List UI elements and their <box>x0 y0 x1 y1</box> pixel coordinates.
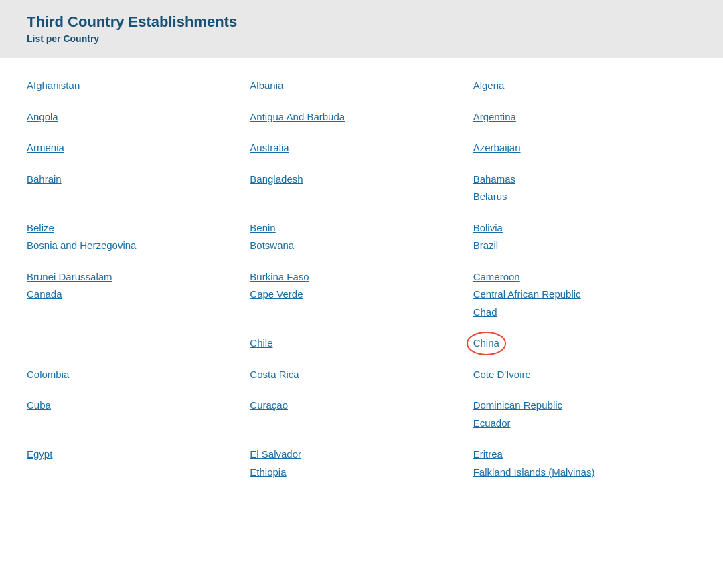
country-link[interactable]: Albania <box>250 78 473 94</box>
country-link[interactable]: Canada <box>27 287 250 302</box>
table-cell: Albania <box>250 72 473 103</box>
country-link[interactable]: Bahamas <box>473 172 696 187</box>
country-link[interactable]: Ethiopia <box>250 465 473 480</box>
country-link[interactable]: Australia <box>250 140 473 156</box>
country-link[interactable]: Costa Rica <box>250 367 473 383</box>
country-link[interactable]: Bahrain <box>27 172 250 187</box>
table-cell: Costa Rica <box>250 361 473 392</box>
table-cell: El SalvadorEthiopia <box>250 440 473 489</box>
table-cell: Argentina <box>473 103 696 134</box>
table-cell: CameroonCentral African RepublicChad <box>473 263 696 330</box>
table-cell: Curaçao <box>250 391 473 440</box>
table-cell: BoliviaBrazil <box>473 214 696 263</box>
country-link[interactable]: Egypt <box>27 447 250 462</box>
country-link[interactable]: Cote D'Ivoire <box>473 367 696 383</box>
table-row: ColombiaCosta RicaCote D'Ivoire <box>27 361 696 392</box>
country-link[interactable]: China <box>473 336 696 351</box>
table-cell: Afghanistan <box>27 72 250 103</box>
table-cell: BahamasBelarus <box>473 165 696 214</box>
country-link[interactable]: Bosnia and Herzegovina <box>27 238 250 254</box>
country-link[interactable]: Argentina <box>473 110 696 125</box>
country-link[interactable]: Algeria <box>473 78 696 94</box>
table-row: Brunei DarussalamCanadaBurkina FasoCape … <box>27 263 696 330</box>
country-link[interactable]: Chile <box>250 336 473 351</box>
table-cell: BelizeBosnia and Herzegovina <box>27 214 250 263</box>
country-link[interactable]: Burkina Faso <box>250 270 473 285</box>
table-cell: Cuba <box>27 391 250 440</box>
country-link[interactable]: Antigua And Barbuda <box>250 110 473 125</box>
table-row: ArmeniaAustraliaAzerbaijan <box>27 134 696 165</box>
table-cell: Armenia <box>27 134 250 165</box>
table-cell: Azerbaijan <box>473 134 696 165</box>
table-cell: Antigua And Barbuda <box>250 103 473 134</box>
table-cell: Angola <box>27 103 250 134</box>
page-header: Third Country Establishments List per Co… <box>0 0 723 58</box>
table-cell: Cote D'Ivoire <box>473 361 696 392</box>
country-link[interactable]: Bangladesh <box>250 172 473 187</box>
table-cell: Brunei DarussalamCanada <box>27 263 250 330</box>
country-link[interactable]: Belarus <box>473 189 696 205</box>
table-row: AngolaAntigua And BarbudaArgentina <box>27 103 696 134</box>
page-subtitle: List per Country <box>27 33 696 44</box>
country-link[interactable]: El Salvador <box>250 447 473 462</box>
country-link[interactable]: Dominican Republic <box>473 398 696 413</box>
table-cell: EritreaFalkland Islands (Malvinas) <box>473 440 696 489</box>
country-link[interactable]: Curaçao <box>250 398 473 413</box>
country-link[interactable]: Armenia <box>27 140 250 156</box>
table-cell: Bahrain <box>27 165 250 214</box>
country-link[interactable]: Central African Republic <box>473 287 696 302</box>
page-title: Third Country Establishments <box>27 13 696 31</box>
country-table: AfghanistanAlbaniaAlgeriaAngolaAntigua A… <box>27 72 696 489</box>
country-link[interactable]: Azerbaijan <box>473 140 696 156</box>
main-content: AfghanistanAlbaniaAlgeriaAngolaAntigua A… <box>0 58 723 502</box>
table-cell <box>27 329 250 361</box>
table-cell: Colombia <box>27 361 250 392</box>
table-cell: Bangladesh <box>250 165 473 214</box>
country-link[interactable]: Brazil <box>473 238 696 254</box>
table-row: CubaCuraçaoDominican RepublicEcuador <box>27 391 696 440</box>
country-link[interactable]: Cape Verde <box>250 287 473 302</box>
country-link[interactable]: Colombia <box>27 367 250 383</box>
table-cell: Egypt <box>27 440 250 489</box>
table-cell: Algeria <box>473 72 696 103</box>
table-cell: Chile <box>250 329 473 361</box>
country-link[interactable]: Eritrea <box>473 447 696 462</box>
table-cell: Burkina FasoCape Verde <box>250 263 473 330</box>
country-link[interactable]: Ecuador <box>473 416 696 431</box>
table-cell: Australia <box>250 134 473 165</box>
country-link[interactable]: Brunei Darussalam <box>27 270 250 285</box>
table-row: BelizeBosnia and HerzegovinaBeninBotswan… <box>27 214 696 263</box>
table-row: ChileChina <box>27 329 696 361</box>
country-link[interactable]: Cuba <box>27 398 250 413</box>
country-link[interactable]: Afghanistan <box>27 78 250 94</box>
table-row: EgyptEl SalvadorEthiopiaEritreaFalkland … <box>27 440 696 489</box>
country-link[interactable]: Belize <box>27 221 250 236</box>
country-link[interactable]: Botswana <box>250 238 473 254</box>
country-link[interactable]: Benin <box>250 221 473 236</box>
country-link[interactable]: Bolivia <box>473 221 696 236</box>
country-link[interactable]: Falkland Islands (Malvinas) <box>473 465 696 480</box>
table-row: AfghanistanAlbaniaAlgeria <box>27 72 696 103</box>
table-row: BahrainBangladeshBahamasBelarus <box>27 165 696 214</box>
country-link[interactable]: Cameroon <box>473 270 696 285</box>
table-cell: Dominican RepublicEcuador <box>473 391 696 440</box>
table-cell: China <box>473 329 696 361</box>
table-cell: BeninBotswana <box>250 214 473 263</box>
country-link[interactable]: Angola <box>27 110 250 125</box>
country-link[interactable]: Chad <box>473 305 696 320</box>
